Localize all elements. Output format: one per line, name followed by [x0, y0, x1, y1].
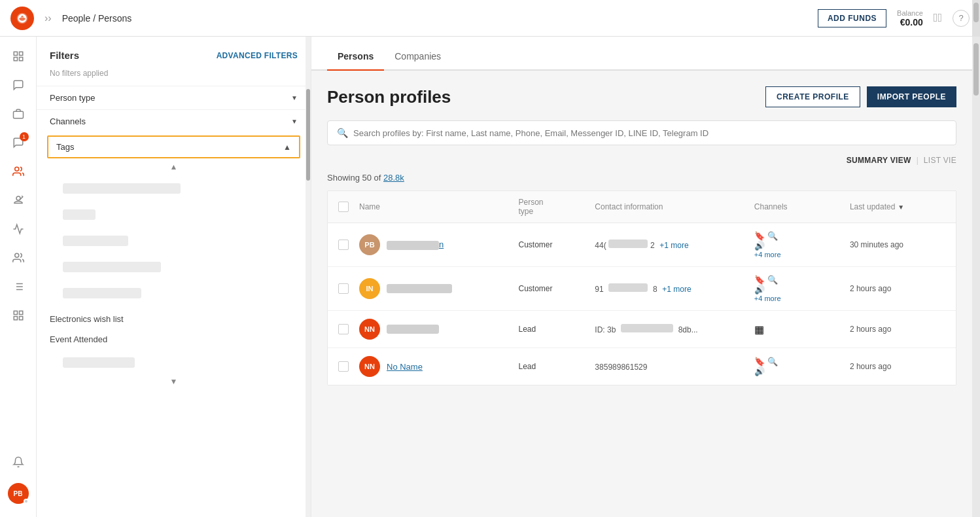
- row1-contact: 44( 2 +1 more: [595, 240, 754, 250]
- header-checkbox-col: [338, 202, 359, 212]
- import-people-button[interactable]: IMPORT PEOPLE: [867, 86, 956, 107]
- search-input[interactable]: [353, 128, 947, 138]
- tab-companies[interactable]: Companies: [384, 42, 451, 71]
- side-nav: 1 PB: [0, 37, 37, 517]
- row1-name-blurred: [387, 241, 439, 250]
- help-icon[interactable]: ?: [953, 10, 970, 27]
- bookmark-icon: 🔖: [754, 231, 765, 241]
- search-icon-channel: 🔍: [767, 231, 778, 241]
- row2-channels: 🔖 🔍 🔊 +4 more: [754, 275, 850, 302]
- sidebar-item-contacts[interactable]: [5, 158, 31, 185]
- row1-name-col: PB n: [359, 234, 518, 255]
- sidebar-item-people-groups[interactable]: [5, 245, 31, 271]
- sidebar-item-inbox[interactable]: [5, 72, 31, 98]
- main-scroll-thumb[interactable]: [973, 43, 979, 96]
- row3-name-col: NN: [359, 319, 518, 340]
- main-content: Persons Companies Person profiles CREATE…: [311, 37, 972, 517]
- svg-point-8: [14, 253, 18, 257]
- row2-plus-more-channels[interactable]: +4 more: [754, 294, 850, 302]
- person-type-filter[interactable]: Person type ▼: [37, 86, 311, 109]
- tab-persons[interactable]: Persons: [327, 42, 384, 71]
- scroll-up-arrow[interactable]: ▲: [37, 161, 311, 173]
- svg-rect-4: [19, 58, 22, 61]
- header-channels: Channels: [754, 202, 850, 211]
- topbar-scrollbar: [972, 0, 980, 37]
- channels-filter[interactable]: Channels ▼: [37, 109, 311, 133]
- mute-icon[interactable]: 🔔⃠: [934, 11, 942, 25]
- content-header: Person profiles CREATE PROFILE IMPORT PE…: [327, 86, 956, 107]
- row4-channels: 🔖 🔍 🔊: [754, 357, 850, 376]
- advanced-filters-link[interactable]: ADVANCED FILTERS: [217, 51, 298, 60]
- bookmark-icon: 🔖: [754, 357, 765, 366]
- sidebar-item-conversations[interactable]: 1: [5, 130, 31, 156]
- create-profile-button[interactable]: CREATE PROFILE: [765, 86, 860, 107]
- row4-name-link[interactable]: No Name: [387, 362, 423, 372]
- showing-count: Showing 50 of 28.8k: [327, 173, 956, 183]
- breadcrumb-current: Persons: [98, 13, 131, 24]
- tabs-bar: Persons Companies: [311, 37, 972, 71]
- search-bar: 🔍: [327, 120, 956, 145]
- sidebar-item-integrations[interactable]: [5, 302, 31, 329]
- row1-channels: 🔖 🔍 🔊 +4 more: [754, 231, 850, 258]
- breadcrumb-parent[interactable]: People: [62, 13, 91, 24]
- sidebar-item-notifications[interactable]: [5, 449, 31, 475]
- list-view-toggle[interactable]: LIST VIE: [924, 156, 956, 165]
- channels-label: Channels: [50, 116, 86, 126]
- sidebar-toggle[interactable]: ››: [44, 12, 52, 24]
- row4-avatar: NN: [359, 356, 380, 377]
- row1-checkbox[interactable]: [338, 240, 359, 250]
- user-avatar[interactable]: PB: [8, 483, 29, 504]
- select-all-checkbox[interactable]: [338, 202, 349, 212]
- view-toggle: SUMMARY VIEW | LIST VIE: [327, 156, 956, 165]
- no-filters-text: No filters applied: [37, 69, 311, 86]
- tags-filter-header[interactable]: ▲: [48, 137, 299, 157]
- row1-plus-more-contact[interactable]: +1 more: [659, 241, 688, 250]
- tags-search-input[interactable]: [56, 142, 283, 152]
- breadcrumb-separator: /: [93, 13, 98, 24]
- table-row: NN Lead ID: 3b 8db... ▦ 2 hours ago: [328, 311, 956, 348]
- row2-avatar: IN: [359, 278, 380, 299]
- row4-last-updated: 2 hours ago: [850, 362, 945, 371]
- app-logo[interactable]: [10, 7, 34, 30]
- sidebar-item-lists[interactable]: [5, 274, 31, 300]
- summary-view-toggle[interactable]: SUMMARY VIEW: [847, 156, 911, 165]
- row3-contact: ID: 3b 8db...: [595, 324, 754, 334]
- sidebar-item-reports[interactable]: [5, 216, 31, 242]
- filters-title: Filters: [50, 50, 79, 61]
- main-scrollbar: [972, 37, 980, 517]
- sidebar-item-campaigns[interactable]: [5, 101, 31, 127]
- row1-last-updated: 30 minutes ago: [850, 240, 945, 249]
- view-toggle-divider: |: [917, 156, 919, 165]
- row1-avatar: PB: [359, 234, 380, 255]
- scroll-down-arrow[interactable]: ▼: [37, 376, 311, 387]
- conversations-badge: 1: [20, 132, 29, 141]
- tag-event-attended[interactable]: Event Attended: [37, 329, 311, 349]
- row2-plus-more-contact[interactable]: +1 more: [662, 285, 691, 294]
- breadcrumb: People / Persons: [62, 13, 132, 24]
- tags-chevron-up: ▲: [283, 143, 291, 152]
- row2-checkbox[interactable]: [338, 283, 359, 294]
- row1-name-link[interactable]: n: [439, 240, 444, 249]
- channels-chevron: ▼: [291, 118, 298, 125]
- header-actions: CREATE PROFILE IMPORT PEOPLE: [765, 86, 956, 107]
- tags-filter-box: ▲: [47, 135, 300, 158]
- showing-total-link[interactable]: 28.8k: [383, 173, 404, 183]
- row1-plus-more-channels[interactable]: +4 more: [754, 251, 850, 258]
- add-funds-button[interactable]: ADD FUNDS: [818, 9, 886, 27]
- row4-checkbox[interactable]: [338, 361, 359, 372]
- row4-person-type: Lead: [518, 362, 595, 371]
- sidebar-scroll-thumb[interactable]: [306, 89, 310, 181]
- sidebar-item-dashboard[interactable]: [5, 43, 31, 69]
- row4-contact: 385989861529: [595, 362, 754, 372]
- row1-person-type: Customer: [518, 240, 595, 249]
- row3-person-type: Lead: [518, 325, 595, 334]
- svg-rect-17: [14, 317, 17, 320]
- tag-electronics-wish-list[interactable]: Electronics wish list: [37, 309, 311, 329]
- sidebar-scrollbar-track: [306, 37, 311, 517]
- row2-last-updated: 2 hours ago: [850, 284, 945, 293]
- sidebar-item-automation[interactable]: [5, 187, 31, 213]
- sort-arrow[interactable]: ▼: [898, 204, 904, 211]
- row2-name-blurred: [387, 284, 452, 293]
- row3-checkbox[interactable]: [338, 324, 359, 334]
- svg-rect-5: [13, 111, 23, 118]
